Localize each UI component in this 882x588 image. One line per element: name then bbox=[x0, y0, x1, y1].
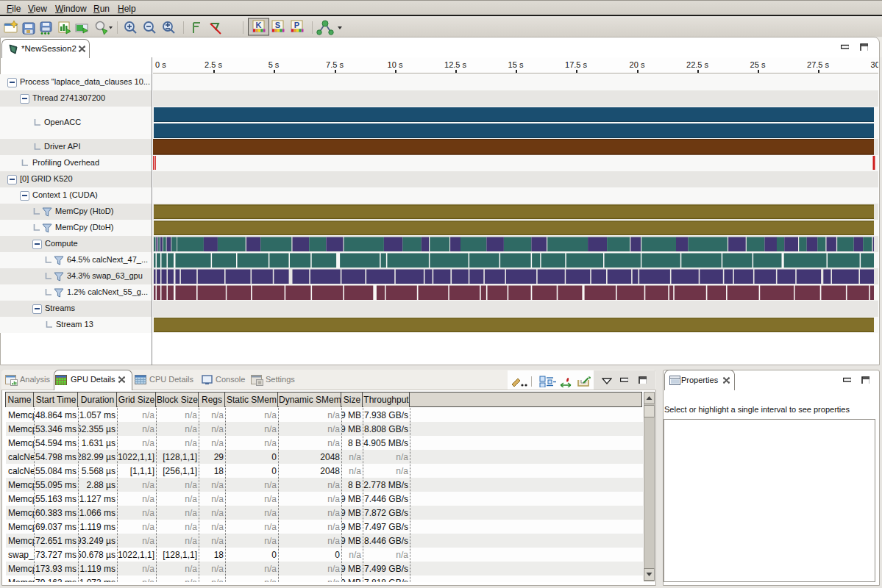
svg-text:S: S bbox=[275, 21, 280, 29]
svg-text:P: P bbox=[294, 21, 299, 29]
svg-text:K: K bbox=[256, 21, 262, 29]
